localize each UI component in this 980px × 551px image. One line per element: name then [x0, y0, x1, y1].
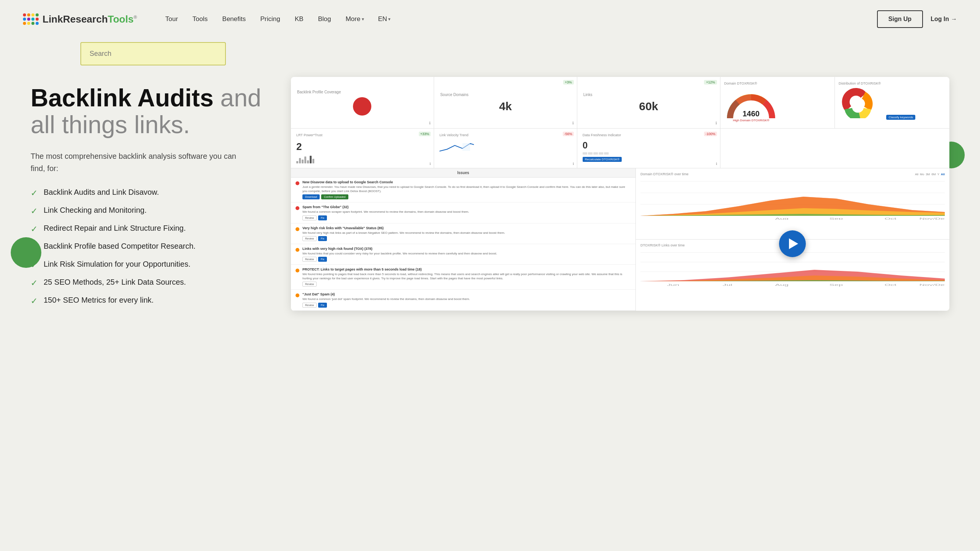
- dashboard-card-coverage: Backlink Profile Coverage ℹ: [291, 77, 434, 128]
- log-in-link[interactable]: Log In →: [931, 16, 957, 23]
- svg-text:Aug: Aug: [775, 284, 788, 287]
- language-selector[interactable]: EN ▾: [373, 12, 395, 26]
- review-btn[interactable]: Review: [302, 303, 317, 308]
- svg-text:High Domain DTOXRISK®: High Domain DTOXRISK®: [733, 119, 769, 122]
- fix-btn[interactable]: Fix: [318, 215, 327, 220]
- issue-indicator-orange: [296, 227, 299, 231]
- classify-keywords-btn[interactable]: Classify keywords: [886, 115, 915, 120]
- logo-dots: [23, 13, 39, 25]
- check-icon: ✓: [31, 296, 38, 306]
- list-item: ✓ Redirect Repair and Link Structure Fix…: [31, 224, 268, 234]
- dashboard-card-dtoxrisk: Domain DTOXRISK®: [720, 77, 949, 128]
- svg-text:Sep: Sep: [829, 284, 843, 287]
- info-icon: ℹ: [716, 162, 717, 166]
- issues-panel: Issues New Disavow data to upload to Goo…: [291, 168, 636, 311]
- chart1-svg: Aug Sep Oct Nov/Dec: [640, 178, 945, 220]
- fix-btn[interactable]: Fix: [318, 236, 327, 241]
- svg-text:Jul: Jul: [722, 284, 732, 287]
- dashboard-card-lrt: LRT Power*Trust +33% 2: [291, 129, 434, 168]
- issues-header: Issues: [291, 168, 635, 178]
- issue-indicator-red: [296, 181, 299, 185]
- nav-item-pricing[interactable]: Pricing: [255, 12, 286, 26]
- svg-text:Oct: Oct: [885, 284, 897, 287]
- issue-row-tox: Links with very high risk found (TOX) (3…: [291, 244, 635, 265]
- search-wrapper: [80, 42, 226, 65]
- feature-checklist: ✓ Backlink Audits and Link Disavow. ✓ Li…: [31, 188, 268, 306]
- issue-row-unavailable: Very high risk links with "Unavailable" …: [291, 223, 635, 244]
- dtoxrisk-distribution-panel: Distribution of DTOXRISK® Classify keywo…: [835, 77, 949, 128]
- freshness-bars: [583, 152, 715, 155]
- nav-item-more[interactable]: More ▾: [340, 12, 370, 26]
- headline: Backlink Audits and all things links.: [31, 85, 268, 139]
- review-btn[interactable]: Review: [302, 215, 317, 220]
- fix-btn[interactable]: Fix: [318, 303, 327, 308]
- chart1-tab-y[interactable]: Y: [937, 173, 939, 176]
- svg-text:Oct: Oct: [885, 217, 897, 220]
- header: LinkResearchTools® Tour Tools Benefits P…: [0, 0, 980, 38]
- chart1-tab-3m[interactable]: 3M: [926, 173, 930, 176]
- search-area: [0, 38, 980, 77]
- chevron-down-icon: ▾: [362, 16, 364, 22]
- check-icon: ✓: [31, 278, 38, 288]
- freshness-badge: -100%: [704, 132, 717, 136]
- issue-row-justdat: "Just Dat" Spam (4) We found a common 'j…: [291, 290, 635, 310]
- charts-panel: Domain DTOXRISK® over time All Mo 3M 6M …: [636, 168, 949, 311]
- nav-item-tools[interactable]: Tools: [187, 12, 213, 26]
- issue-indicator-red: [296, 206, 299, 210]
- review-btn[interactable]: Review: [302, 257, 317, 262]
- search-input[interactable]: [80, 42, 226, 65]
- list-item: ✓ Link Checking and Monitoring.: [31, 206, 268, 216]
- dashboard-card-lvt: Link Velocity Trend -56% ℹ: [434, 129, 577, 168]
- logo[interactable]: LinkResearchTools®: [23, 13, 137, 25]
- svg-text:Nov/Dec: Nov/Dec: [920, 284, 945, 287]
- svg-text:Nov/Dec: Nov/Dec: [920, 217, 945, 220]
- dashboard-row2-empty: [720, 129, 949, 168]
- check-icon: ✓: [31, 206, 38, 216]
- chart1-tab-all2[interactable]: All: [941, 173, 945, 176]
- issue-row-disavow: New Disavow data to upload to Google Sea…: [291, 178, 635, 202]
- check-icon: ✓: [31, 224, 38, 234]
- dtoxrisk-distribution-svg: [839, 88, 885, 118]
- fix-btn[interactable]: Fix: [318, 257, 327, 262]
- confirm-uploaded-btn[interactable]: Confirm Uploaded: [321, 194, 348, 199]
- chart1-title: Domain DTOXRISK® over time: [640, 172, 689, 176]
- chart1-tab-mo[interactable]: Mo: [920, 173, 924, 176]
- nav-item-blog[interactable]: Blog: [313, 12, 336, 26]
- source-domains-value: 4k: [499, 100, 512, 113]
- dashboard-preview: Backlink Profile Coverage ℹ Source Domai…: [291, 77, 949, 311]
- source-domains-badge: +3%: [563, 80, 574, 85]
- issue-indicator-orange: [296, 269, 299, 272]
- chart1-tab-all[interactable]: All: [915, 173, 918, 176]
- nav-item-tour[interactable]: Tour: [160, 12, 183, 26]
- nav-item-benefits[interactable]: Benefits: [217, 12, 251, 26]
- chart1-container: Domain DTOXRISK® over time All Mo 3M 6M …: [636, 168, 949, 240]
- links-value: 60k: [639, 100, 658, 113]
- logo-text: LinkResearchTools®: [42, 13, 137, 25]
- chart1-tab-6m[interactable]: 6M: [931, 173, 936, 176]
- lrt-badge: +33%: [419, 132, 431, 136]
- dashboard-bottom: Issues New Disavow data to upload to Goo…: [291, 168, 949, 311]
- recalculate-btn[interactable]: Recalculate DTOXRISK®: [583, 157, 622, 162]
- review-btn[interactable]: Review: [302, 236, 317, 241]
- info-icon: ℹ: [430, 162, 431, 166]
- sign-up-button[interactable]: Sign Up: [877, 10, 923, 28]
- dtoxrisk-gauge-panel: Domain DTOXRISK®: [720, 77, 835, 128]
- svg-text:Sep: Sep: [829, 217, 843, 220]
- download-btn[interactable]: Download: [302, 194, 320, 199]
- dashboard-row-2: LRT Power*Trust +33% 2: [291, 129, 949, 168]
- lvt-chart: [439, 142, 474, 153]
- play-video-button[interactable]: [779, 230, 806, 257]
- main-content: Backlink Audits and all things links. Th…: [0, 77, 980, 311]
- chart1-time-controls: All Mo 3M 6M Y All: [915, 173, 945, 176]
- list-item: ✓ 25 SEO Methods, 25+ Link Data Sources.: [31, 278, 268, 288]
- lrt-value: 2: [296, 141, 428, 153]
- check-icon: ✓: [31, 188, 38, 198]
- svg-text:1460: 1460: [742, 109, 760, 118]
- nav-item-kb[interactable]: KB: [289, 12, 309, 26]
- review-btn[interactable]: Review: [302, 282, 317, 287]
- lrt-minibars: [296, 154, 428, 163]
- list-item: ✓ 150+ SEO Metrics for every link.: [31, 296, 268, 306]
- header-actions: Sign Up Log In →: [877, 10, 957, 28]
- info-icon: ℹ: [572, 121, 574, 125]
- issue-indicator-orange: [296, 248, 299, 252]
